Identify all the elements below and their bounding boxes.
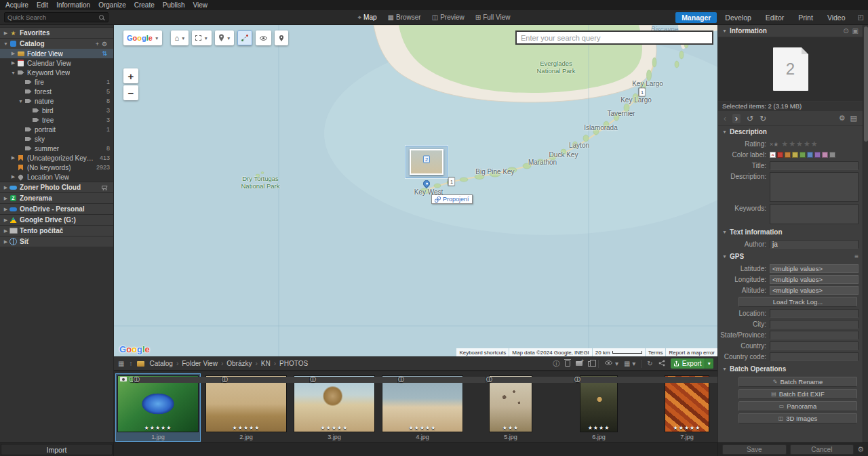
gps-section-header[interactable]: ▼ GPS ≡: [718, 251, 863, 262]
author-input[interactable]: [770, 240, 859, 249]
menu-item[interactable]: Organize: [98, 1, 126, 9]
map-pin-assign-button[interactable]: ▼: [215, 30, 234, 45]
batch-operation-button[interactable]: ▤Batch Edit EXIF: [738, 389, 857, 399]
expand-chevron-icon[interactable]: ▶: [3, 30, 9, 36]
map-selection-button[interactable]: ▼: [192, 30, 211, 45]
mode-tab[interactable]: Video: [821, 12, 852, 23]
color-swatch[interactable]: [807, 152, 813, 158]
gps-menu-icon[interactable]: ≡: [854, 253, 859, 260]
star-rating[interactable]: ★★★: [502, 425, 519, 431]
color-swatch[interactable]: [800, 152, 806, 158]
export-dropdown[interactable]: ▼: [705, 358, 713, 369]
map-track-button[interactable]: [237, 30, 252, 45]
field-value[interactable]: [770, 309, 859, 318]
field-value[interactable]: <multiple values>: [770, 286, 859, 295]
sidebar-item[interactable]: (No keywords)2923: [0, 163, 113, 172]
auto-refresh-icon[interactable]: ⊙: [843, 27, 848, 35]
sidebar-item[interactable]: ▶Folder View⇅: [0, 49, 113, 58]
pin-panel-icon[interactable]: ▣: [852, 27, 859, 35]
sidebar-item[interactable]: ▼Keyword View: [0, 68, 113, 77]
star-rating[interactable]: ★★★★★: [233, 425, 260, 431]
gear-icon[interactable]: ⚙: [857, 445, 864, 454]
delete-icon[interactable]: [565, 360, 570, 367]
export-button[interactable]: Export ▼: [671, 358, 713, 369]
expand-chevron-icon[interactable]: ▼: [10, 70, 16, 75]
sidebar-item[interactable]: ▶Zoner Photo Cloud: [0, 182, 113, 192]
view-button[interactable]: ◫Preview: [427, 10, 470, 25]
rotate-left-icon[interactable]: ↺: [747, 114, 753, 123]
menu-item[interactable]: Acquire: [5, 1, 28, 9]
sidebar-item[interactable]: ▼Catalog+⚙: [0, 38, 113, 49]
expand-chevron-icon[interactable]: ▶: [3, 196, 9, 201]
sidebar-item[interactable]: sky: [0, 134, 113, 144]
breadcrumb-item[interactable]: Obrázky: [226, 360, 252, 367]
expand-chevron-icon[interactable]: ▶: [10, 51, 16, 56]
metadata-card-icon[interactable]: ▤: [850, 114, 857, 123]
view-button[interactable]: ⊞Full View: [470, 10, 516, 25]
sidebar-item[interactable]: ▶Favorites: [0, 27, 113, 38]
filmstrip-thumbnail[interactable]: ⓘ≡★★★★★1.jpg: [115, 373, 201, 442]
zoom-in-button[interactable]: +: [123, 68, 138, 83]
sidebar-item[interactable]: ▶Google Drive (G:): [0, 214, 113, 225]
color-swatch[interactable]: [792, 152, 798, 158]
detach-panel-icon[interactable]: ◰: [858, 14, 864, 21]
star-rating[interactable]: ★★★★★: [409, 425, 437, 431]
no-color-swatch[interactable]: ×: [770, 152, 776, 158]
sidebar-item[interactable]: ▶Tento počítač: [0, 225, 113, 236]
menu-item[interactable]: Edit: [37, 1, 48, 9]
view-button[interactable]: ⌖Map: [352, 10, 382, 25]
sidebar-item[interactable]: fire1: [0, 77, 113, 87]
title-input[interactable]: [770, 161, 859, 170]
field-value[interactable]: <multiple values>: [770, 264, 859, 273]
menu-item[interactable]: Information: [56, 1, 90, 9]
thumbnail-options-dropdown[interactable]: ▦ ▾: [624, 360, 635, 367]
sidebar-item[interactable]: ▶Location View: [0, 172, 113, 182]
description-textarea[interactable]: [770, 172, 859, 202]
new-folder-icon[interactable]: [576, 361, 583, 366]
view-mode-icon[interactable]: ▦: [118, 360, 124, 367]
map-search-input[interactable]: [515, 30, 713, 45]
next-item-button[interactable]: ›: [732, 114, 741, 123]
scrollbar[interactable]: [863, 25, 868, 442]
clear-rating-icon[interactable]: ×★: [770, 141, 778, 148]
expand-chevron-icon[interactable]: ▶: [3, 217, 9, 223]
view-button[interactable]: ▦Browser: [382, 10, 427, 25]
map-view[interactable]: BiscayneEverglades National Park9336Key …: [114, 25, 717, 356]
sidebar-item[interactable]: summer8: [0, 144, 113, 153]
rotate-right-icon[interactable]: ↻: [760, 114, 766, 123]
expand-chevron-icon[interactable]: ▼: [18, 99, 24, 104]
filmstrip-thumbnail[interactable]: ⓘ≡★★★★★3.jpg: [292, 373, 377, 442]
sidebar-item[interactable]: portrait1: [0, 125, 113, 134]
map-gps-button[interactable]: [275, 30, 288, 45]
sidebar-item[interactable]: forest5: [0, 87, 113, 96]
expand-chevron-icon[interactable]: ▶: [3, 228, 9, 234]
cancel-button[interactable]: Cancel: [790, 444, 854, 455]
map-show-photos-button[interactable]: [256, 30, 271, 45]
mode-tab[interactable]: Print: [792, 12, 819, 23]
star-rating[interactable]: ★★★★: [588, 425, 610, 431]
reorder-spinner-icon[interactable]: ⇅: [102, 50, 107, 57]
save-button[interactable]: Save: [722, 444, 787, 455]
filmstrip-thumbnail[interactable]: ⓘ≡★★★★★2.jpg: [203, 373, 289, 442]
expand-chevron-icon[interactable]: ▶: [3, 239, 9, 245]
scrollbar-thumb[interactable]: [864, 26, 868, 142]
star-rating[interactable]: ★★★★★: [144, 425, 172, 431]
import-button[interactable]: Import: [1, 444, 113, 455]
field-value[interactable]: [770, 320, 859, 329]
menu-item[interactable]: Create: [134, 1, 155, 9]
expand-chevron-icon[interactable]: ▶: [10, 60, 16, 66]
color-swatch[interactable]: [822, 152, 828, 158]
previous-item-button[interactable]: ‹: [724, 114, 726, 123]
field-value[interactable]: <multiple values>: [770, 275, 859, 284]
zoom-out-button[interactable]: −: [123, 85, 138, 100]
keywords-textarea[interactable]: [770, 204, 859, 224]
description-section-header[interactable]: ▼ Description: [718, 126, 863, 138]
rating-stars[interactable]: ★★★★★: [781, 140, 818, 148]
load-track-log-button[interactable]: Load Track Log...: [738, 297, 857, 307]
mode-tab[interactable]: Manager: [675, 12, 717, 23]
field-value[interactable]: [770, 352, 859, 361]
google-map-type-button[interactable]: Google▼: [123, 30, 162, 45]
keyboard-shortcuts-link[interactable]: Keyboard shortcuts: [456, 348, 509, 356]
menu-item[interactable]: Publish: [163, 1, 185, 9]
field-value[interactable]: [770, 331, 859, 339]
